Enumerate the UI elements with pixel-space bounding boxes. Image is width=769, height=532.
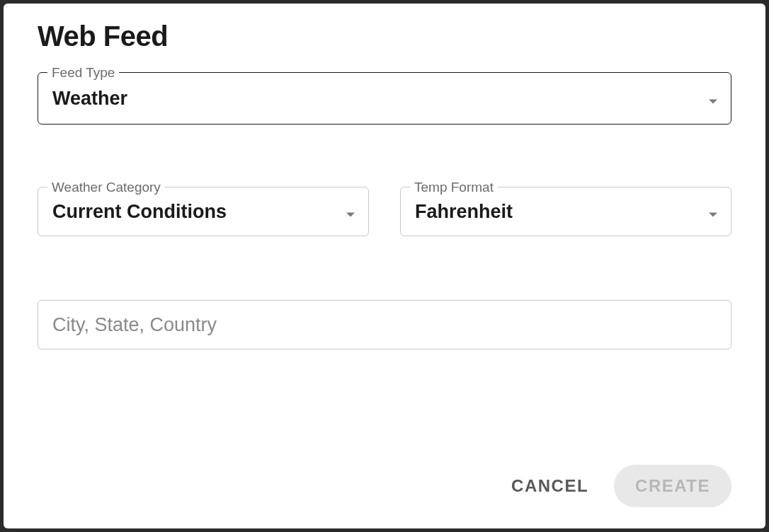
feed-type-field: Feed Type Weather <box>38 72 731 125</box>
chevron-down-icon <box>708 88 718 110</box>
chevron-down-icon <box>346 201 355 223</box>
feed-type-select[interactable]: Weather <box>38 72 731 125</box>
create-button[interactable]: CREATE <box>614 465 731 507</box>
cancel-button[interactable]: CANCEL <box>506 468 594 504</box>
temp-format-value: Fahrenheit <box>415 201 513 223</box>
temp-format-label: Temp Format <box>410 180 498 195</box>
location-input[interactable] <box>38 300 731 349</box>
dialog-actions: CANCEL CREATE <box>506 465 731 507</box>
location-field <box>38 300 731 349</box>
feed-type-label: Feed Type <box>47 65 119 81</box>
weather-category-label: Weather Category <box>47 180 165 195</box>
chevron-down-icon <box>708 201 718 223</box>
weather-category-field: Weather Category Current Conditions <box>38 187 369 236</box>
weather-category-value: Current Conditions <box>52 201 227 223</box>
temp-format-field: Temp Format Fahrenheit <box>400 187 731 236</box>
feed-type-row: Feed Type Weather <box>38 72 731 125</box>
weather-options-row: Weather Category Current Conditions Temp… <box>38 187 731 236</box>
feed-type-value: Weather <box>52 88 127 110</box>
web-feed-dialog: Web Feed Feed Type Weather Weather Categ… <box>4 4 765 528</box>
dialog-title: Web Feed <box>38 21 731 52</box>
